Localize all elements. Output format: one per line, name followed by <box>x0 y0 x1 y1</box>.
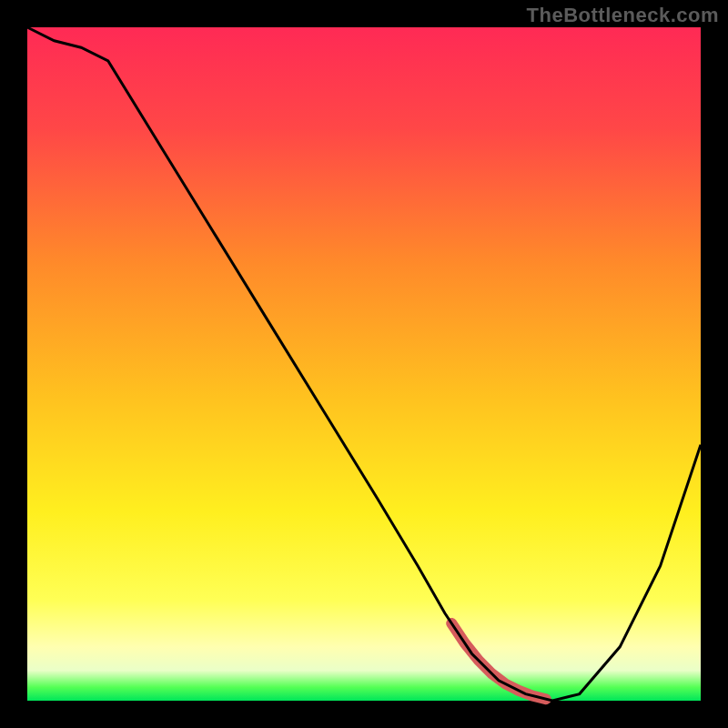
bottleneck-chart <box>0 0 728 728</box>
plot-background <box>27 27 701 701</box>
watermark-text: TheBottleneck.com <box>527 4 719 27</box>
chart-frame: TheBottleneck.com <box>0 0 728 728</box>
